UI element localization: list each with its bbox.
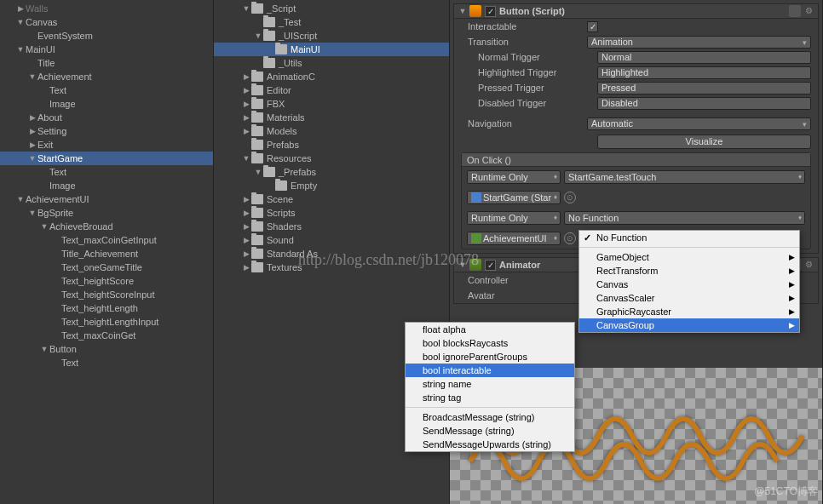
tree-item[interactable]: BgSprite <box>0 206 213 220</box>
tree-item[interactable]: Standard As <box>214 247 449 261</box>
pressed-trigger-field[interactable]: Pressed <box>597 82 811 94</box>
tree-item[interactable]: Text_maxCoinGet <box>0 329 213 342</box>
function-dropdown[interactable]: StartGame.testTouch <box>564 170 805 184</box>
tree-item[interactable]: Sound <box>214 233 449 247</box>
tree-item[interactable]: Prefabs <box>214 138 449 152</box>
function-popup[interactable]: No FunctionGameObjectRectTransformCanvas… <box>578 230 800 333</box>
tree-item[interactable]: Text_heightLengthInput <box>0 315 213 329</box>
tree-item[interactable]: _Utils <box>214 56 449 70</box>
expand-arrow-icon[interactable] <box>253 168 263 176</box>
tree-item[interactable]: StartGame <box>0 152 213 165</box>
enable-checkbox[interactable] <box>485 260 496 271</box>
normal-trigger-field[interactable]: Normal <box>597 51 811 64</box>
popup-item[interactable]: RectTransform <box>579 264 799 278</box>
transition-dropdown[interactable]: Animation <box>587 36 811 49</box>
tree-item[interactable]: Empty <box>214 179 449 192</box>
component-header[interactable]: Button (Script) ⚙ <box>454 4 818 19</box>
function-dropdown[interactable]: No Function <box>564 211 805 225</box>
enable-checkbox[interactable] <box>485 6 496 17</box>
expand-arrow-icon[interactable] <box>241 127 251 135</box>
tree-item[interactable]: Title_Achievement <box>0 247 213 261</box>
navigation-dropdown[interactable]: Automatic <box>587 117 811 130</box>
disabled-trigger-field[interactable]: Disabled <box>597 97 811 110</box>
popup-item[interactable]: SendMessage (string) <box>406 424 574 438</box>
tree-item[interactable]: Text_maxCoinGetInput <box>0 233 213 247</box>
popup-item[interactable]: float alpha <box>406 323 574 336</box>
popup-item[interactable]: bool interactable <box>406 364 574 377</box>
tree-item[interactable]: AchievementUI <box>0 192 213 206</box>
highlighted-trigger-field[interactable]: Highlighted <box>597 66 811 79</box>
popup-item[interactable]: CanvasGroup <box>579 318 799 332</box>
expand-arrow-icon[interactable] <box>27 140 37 149</box>
tree-item[interactable]: Resources <box>214 152 449 165</box>
tree-item[interactable]: Text <box>0 83 213 97</box>
expand-arrow-icon[interactable] <box>27 127 37 135</box>
target-object-field[interactable]: AchievementUI <box>467 232 561 245</box>
popup-item[interactable]: SendMessageUpwards (string) <box>406 438 574 451</box>
tree-item[interactable]: MainUI <box>214 43 449 56</box>
tree-item[interactable]: Setting <box>0 124 213 138</box>
tree-item[interactable]: Image <box>0 179 213 192</box>
expand-arrow-icon[interactable] <box>241 209 251 217</box>
expand-arrow-icon[interactable] <box>241 249 251 258</box>
popup-item[interactable]: BroadcastMessage (string) <box>406 410 574 424</box>
popup-item[interactable]: GraphicRaycaster <box>579 305 799 318</box>
tree-item[interactable]: _Prefabs <box>214 165 449 179</box>
tree-item[interactable]: Text <box>0 165 213 179</box>
expand-arrow-icon[interactable] <box>27 154 37 163</box>
tree-item[interactable]: Text_heightScore <box>0 274 213 288</box>
object-picker-icon[interactable]: ⊙ <box>564 192 576 203</box>
expand-arrow-icon[interactable] <box>241 86 251 94</box>
expand-arrow-icon[interactable] <box>241 100 251 108</box>
expand-arrow-icon[interactable] <box>241 195 251 203</box>
runtime-dropdown[interactable]: Runtime Only <box>467 170 561 184</box>
popup-item[interactable]: Canvas <box>579 278 799 291</box>
expand-arrow-icon[interactable] <box>253 32 263 40</box>
expand-arrow-icon[interactable] <box>241 236 251 244</box>
help-icon[interactable] <box>789 5 801 17</box>
tree-item[interactable]: Title <box>0 56 213 70</box>
popup-item[interactable]: No Function <box>579 231 799 244</box>
tree-item[interactable]: Image <box>0 97 213 111</box>
popup-item[interactable]: GameObject <box>579 250 799 264</box>
gear-icon[interactable]: ⚙ <box>803 259 814 271</box>
tree-item[interactable]: Button <box>0 342 213 356</box>
tree-item[interactable]: Exit <box>0 138 213 152</box>
popup-item[interactable]: CanvasScaler <box>579 291 799 305</box>
popup-item[interactable]: string tag <box>406 391 574 404</box>
expand-arrow-icon[interactable] <box>241 263 251 272</box>
expand-arrow-icon[interactable] <box>241 72 251 81</box>
expand-arrow-icon[interactable] <box>241 222 251 231</box>
visualize-button[interactable]: Visualize <box>597 135 811 149</box>
tree-item[interactable]: FBX <box>214 97 449 111</box>
foldout-arrow-icon[interactable] <box>458 7 468 15</box>
tree-item[interactable]: Walls <box>0 2 213 15</box>
target-object-field[interactable]: StartGame (Star <box>467 191 561 204</box>
popup-item[interactable]: bool ignoreParentGroups <box>406 350 574 364</box>
interactable-checkbox[interactable] <box>587 21 598 32</box>
tree-item[interactable]: Textures <box>214 261 449 274</box>
expand-arrow-icon[interactable] <box>15 45 26 54</box>
property-popup[interactable]: float alphabool blocksRaycastsbool ignor… <box>405 322 575 452</box>
tree-item[interactable]: MainUI <box>0 43 213 56</box>
tree-item[interactable]: Scene <box>214 192 449 206</box>
expand-arrow-icon[interactable] <box>27 113 37 122</box>
tree-item[interactable]: Scripts <box>214 206 449 220</box>
tree-item[interactable]: Materials <box>214 111 449 124</box>
expand-arrow-icon[interactable] <box>15 4 26 13</box>
tree-item[interactable]: Achievement <box>0 70 213 83</box>
expand-arrow-icon[interactable] <box>241 154 251 163</box>
expand-arrow-icon[interactable] <box>15 195 26 203</box>
tree-item[interactable]: AnimationC <box>214 70 449 83</box>
gear-icon[interactable]: ⚙ <box>803 5 814 17</box>
tree-item[interactable]: About <box>0 111 213 124</box>
tree-item[interactable]: Text_heightScoreInput <box>0 288 213 301</box>
expand-arrow-icon[interactable] <box>15 18 26 26</box>
object-picker-icon[interactable]: ⊙ <box>564 232 576 244</box>
foldout-arrow-icon[interactable] <box>458 261 468 269</box>
tree-item[interactable]: _UIScript <box>214 29 449 43</box>
tree-item[interactable]: Shaders <box>214 220 449 233</box>
expand-arrow-icon[interactable] <box>39 222 49 231</box>
expand-arrow-icon[interactable] <box>241 113 251 122</box>
tree-item[interactable]: _Test <box>214 15 449 29</box>
